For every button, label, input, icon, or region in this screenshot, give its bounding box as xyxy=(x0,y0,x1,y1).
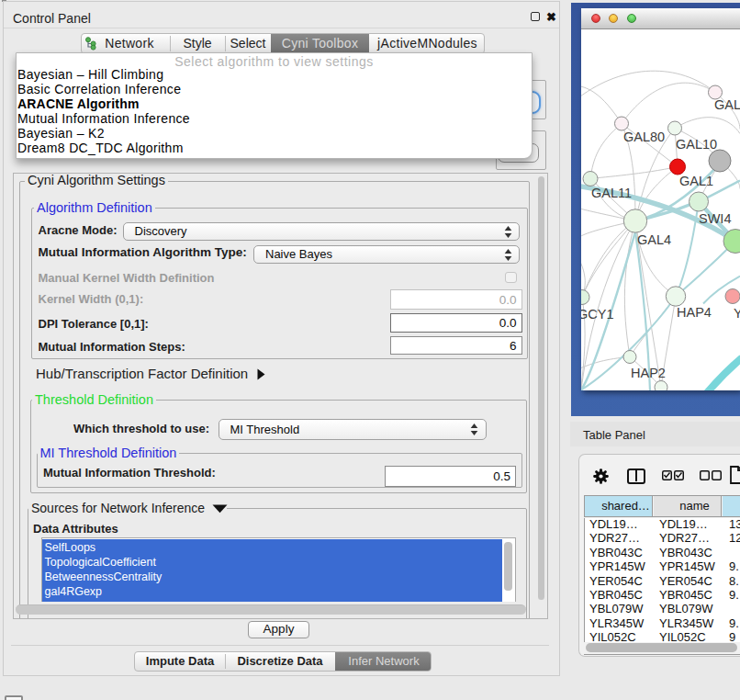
svg-text:GAL10: GAL10 xyxy=(676,137,717,152)
svg-text:GAL11: GAL11 xyxy=(591,186,632,200)
svg-text:GAL: GAL xyxy=(714,97,740,112)
svg-text:HAP2: HAP2 xyxy=(631,366,666,380)
svg-text:SWI4: SWI4 xyxy=(699,211,731,226)
svg-text:GCY1: GCY1 xyxy=(581,307,614,322)
svg-text:GAL1: GAL1 xyxy=(679,174,713,188)
svg-text:HAP4: HAP4 xyxy=(677,305,712,320)
svg-text:GAL80: GAL80 xyxy=(623,130,665,144)
svg-text:GAL4: GAL4 xyxy=(637,232,671,247)
svg-text:Y: Y xyxy=(734,306,740,321)
